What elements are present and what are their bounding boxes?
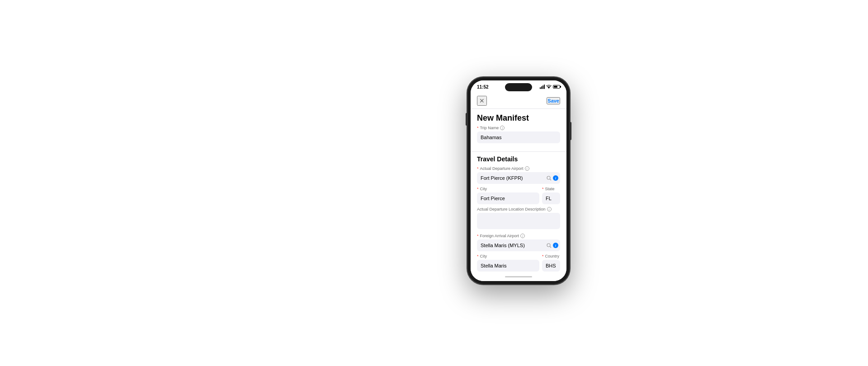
arrival-city-input[interactable] — [477, 260, 539, 272]
trip-name-input[interactable] — [477, 131, 560, 143]
signal-bars-icon — [540, 84, 545, 89]
phone-device: 11:52 — [467, 77, 570, 285]
arrival-airport-icons: i — [547, 243, 558, 248]
departure-description-input[interactable] — [477, 213, 560, 229]
arrival-airport-info-icon: i — [520, 234, 525, 238]
search-icon — [547, 243, 552, 248]
departure-airport-wrapper: i — [477, 172, 560, 184]
svg-line-4 — [550, 246, 552, 248]
battery-fill — [554, 86, 557, 88]
phone-outer-shell: 11:52 — [467, 77, 570, 285]
save-button[interactable]: Save — [547, 97, 560, 104]
section-divider — [471, 151, 566, 152]
travel-details-section: Travel Details * Actual Departure Airpor… — [471, 155, 566, 272]
svg-point-3 — [547, 244, 550, 247]
arrival-airport-wrapper: i — [477, 239, 560, 251]
departure-airport-icons: i — [547, 175, 558, 181]
dynamic-island — [505, 83, 532, 91]
departure-state-field: * State — [542, 187, 560, 204]
navigation-bar: ✕ Save — [471, 92, 566, 109]
travel-details-title: Travel Details — [477, 155, 560, 163]
home-indicator-bar — [471, 272, 566, 281]
arrival-country-field: * Country — [542, 254, 560, 272]
status-time: 11:52 — [477, 84, 489, 89]
departure-airport-info-blue-icon: i — [553, 175, 558, 181]
departure-city-state-row: * City * State — [477, 187, 560, 204]
trip-name-info-icon: i — [500, 126, 505, 130]
home-indicator — [505, 276, 532, 277]
search-icon — [547, 176, 552, 181]
departure-airport-label: * Actual Departure Airport i — [477, 166, 560, 171]
departure-description-label: Actual Departure Location Description i — [477, 207, 560, 211]
departure-airport-field: * Actual Departure Airport i — [477, 166, 560, 184]
app-scroll-area[interactable]: ✕ Save New Manifest * Trip Name i — [471, 92, 566, 281]
svg-point-1 — [547, 176, 550, 179]
phone-screen: 11:52 — [471, 80, 566, 281]
departure-state-input[interactable] — [542, 192, 560, 204]
svg-line-2 — [550, 179, 552, 180]
departure-city-input[interactable] — [477, 192, 539, 204]
trip-name-label: * Trip Name i — [477, 126, 560, 130]
close-button[interactable]: ✕ — [477, 96, 487, 106]
page-title: New Manifest — [477, 113, 560, 123]
wifi-icon — [546, 84, 552, 89]
status-bar: 11:52 — [471, 80, 566, 92]
arrival-city-country-row: * City * Country — [477, 254, 560, 272]
departure-city-field: * City — [477, 187, 539, 204]
page-title-section: New Manifest * Trip Name i — [471, 109, 566, 148]
status-icons — [540, 84, 560, 89]
app-background — [0, 0, 868, 366]
departure-description-field: Actual Departure Location Description i — [477, 207, 560, 231]
arrival-airport-field: * Foreign Arrival Airport i — [477, 234, 560, 251]
battery-icon — [553, 85, 560, 89]
departure-airport-info-icon: i — [525, 166, 529, 171]
arrival-airport-label: * Foreign Arrival Airport i — [477, 234, 560, 238]
departure-description-info-icon: i — [547, 207, 552, 211]
arrival-airport-info-blue-icon: i — [553, 243, 558, 248]
arrival-country-input[interactable] — [542, 260, 560, 272]
trip-name-field: * Trip Name i — [477, 126, 560, 143]
svg-point-0 — [548, 88, 549, 89]
arrival-city-field: * City — [477, 254, 539, 272]
